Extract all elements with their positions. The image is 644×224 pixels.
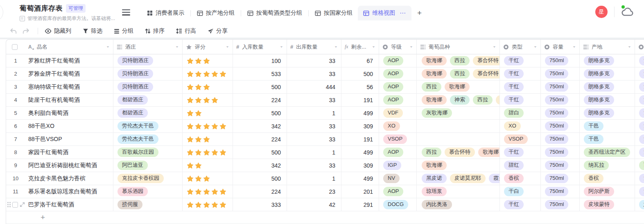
cell-country[interactable]: 法 [635,54,644,67]
cell-grade[interactable]: AOP [379,54,417,67]
cell-winery[interactable]: 劳伦杰夫干邑 [113,120,183,132]
cell-region[interactable]: 朗格多克 [580,107,635,119]
cell-volume[interactable]: 750ml [541,172,580,185]
row-number[interactable]: 7 [6,133,25,146]
cell-remaining[interactable]: 56 [341,81,379,93]
cell-stock-in[interactable]: 342 [233,120,287,132]
cell-stock-in[interactable]: 500 [233,146,287,159]
cell-volume[interactable]: 750ml [541,94,580,106]
cell-volume[interactable]: 750ml [541,120,580,132]
cell-grapes[interactable] [417,133,500,146]
cell-name[interactable]: 陡崖干红有机葡萄酒 [25,94,113,106]
cell-type[interactable]: 干红 [500,146,541,159]
cell-stock-out[interactable]: 33 [287,67,341,80]
cell-grade[interactable]: AOP [379,94,417,106]
cell-winery[interactable]: 贝特朗酒庄 [113,54,183,67]
column-header-hidden[interactable] [635,40,644,54]
cell-grapes[interactable] [417,120,500,132]
row-number[interactable]: 9 [6,159,25,172]
column-header-类型[interactable]: 类型▼ [500,40,541,54]
cell-stock-in[interactable]: 342 [233,159,287,172]
column-dropdown-icon[interactable]: ▼ [533,45,537,49]
cell-remaining[interactable]: 499 [341,107,379,119]
cell-volume[interactable]: 750ml [541,198,580,211]
cell-country[interactable]: 法 [635,67,644,80]
cell-winery[interactable]: 贝特朗酒庄 [113,67,183,80]
cell-remaining[interactable]: 499 [341,172,379,185]
column-dropdown-icon[interactable]: ▼ [409,45,413,49]
cell-type[interactable]: VSOP [500,133,541,146]
cell-name[interactable]: 罗雅红牌干红葡萄酒 [25,54,113,67]
cell-grade[interactable]: VSOP [379,133,417,146]
cell-rating[interactable] [183,185,233,198]
cell-volume[interactable]: 750ml [541,54,580,67]
cell-rating[interactable] [183,159,233,172]
cell-name[interactable]: 88干邑XO [25,120,113,132]
cell-country[interactable]: 法 [635,146,644,159]
cell-rating[interactable] [183,133,233,146]
cell-rating[interactable] [183,198,233,211]
cell-type[interactable]: 甜红 [500,159,541,172]
view-tab[interactable]: 维格视图⋯ [358,6,411,20]
cell-name[interactable]: 慕乐署名版琼瑶浆白葡萄酒 [25,185,113,198]
cell-winery[interactable]: 慕乐酒园 [113,185,183,198]
cell-country[interactable]: 西 [635,159,644,172]
cell-grapes[interactable]: 西拉慕合怀特歌海娜 [417,146,500,159]
cell-stock-in[interactable]: 100 [233,54,287,67]
view-tab[interactable]: 按产地分组 [192,6,240,20]
cell-stock-out[interactable]: 33 [287,54,341,67]
cell-remaining[interactable]: 499 [341,146,379,159]
cell-type[interactable]: 干白 [500,185,541,198]
cell-grade[interactable]: VDF [379,107,417,119]
column-header-容量[interactable]: 容量▼ [541,40,580,54]
cell-country[interactable]: 意 [635,198,644,211]
cell-region[interactable]: 朗格多克 [580,67,635,80]
cell-winery[interactable]: 阿巴迪亚 [113,159,183,172]
cell-stock-out[interactable]: 1 [287,146,341,159]
column-header-酒庄[interactable]: 酒庄▼ [113,40,183,54]
cell-stock-in[interactable]: 500 [233,107,287,119]
row-number[interactable]: 6 [6,120,25,132]
column-header-品名[interactable]: A品名▼ [25,40,113,54]
cell-grapes[interactable]: 内比奥洛 [417,198,500,211]
cell-rating[interactable] [183,54,233,67]
cell-rating[interactable] [183,107,233,119]
column-dropdown-icon[interactable]: ▼ [572,45,576,49]
cell-volume[interactable]: 750ml [541,185,580,198]
cell-grade[interactable]: AOP [379,185,417,198]
column-header-等级[interactable]: 等级▼ [379,40,417,54]
column-dropdown-icon[interactable]: ▼ [628,45,631,49]
cell-grade[interactable]: NV [379,172,417,185]
cell-winery[interactable]: 捞伺服 [113,198,183,211]
toolbar-share-button[interactable]: 分享 [208,27,228,35]
column-dropdown-icon[interactable]: ▼ [280,45,283,49]
cell-stock-in[interactable]: 500 [233,81,287,93]
sync-cloud-icon[interactable] [621,7,635,18]
cell-name[interactable]: 奥利甜白葡萄酒 [25,107,113,119]
toolbar-row-height-button[interactable]: 行高 [176,27,196,35]
row-number[interactable]: 8 [6,146,25,159]
cell-remaining[interactable]: 500 [341,67,379,80]
cell-grade[interactable]: AOP [379,146,417,159]
select-all-checkbox[interactable] [12,44,18,50]
cell-type[interactable]: 干红 [500,94,541,106]
cell-country[interactable]: 法 [635,172,644,185]
view-tab[interactable]: 按国家分组 [310,6,358,20]
menu-icon[interactable] [122,9,130,17]
cell-volume[interactable]: 750ml [541,107,580,119]
cell-remaining[interactable]: 201 [341,185,379,198]
cell-region[interactable]: 纳瓦拉 [580,159,635,172]
cell-stock-out[interactable]: 444 [287,81,341,93]
cell-country[interactable]: 法 [635,120,644,132]
cell-region[interactable]: 干邑 [580,120,635,132]
cell-country[interactable]: 法 [635,107,644,119]
cell-region[interactable]: 圣西纽法定产区 [580,146,635,159]
cell-stock-in[interactable]: 333 [233,198,287,211]
cell-type[interactable]: 干红 [500,81,541,93]
cell-stock-out[interactable]: 33 [287,159,341,172]
cell-winery[interactable]: 克拉皮卡香槟园 [113,172,183,185]
column-header-出库数量[interactable]: #出库数量▼ [287,40,341,54]
toolbar-filter-button[interactable]: 筛选 [83,27,102,35]
cell-region[interactable]: 朗格多克 [580,81,635,93]
cell-type[interactable]: XO [500,120,541,132]
